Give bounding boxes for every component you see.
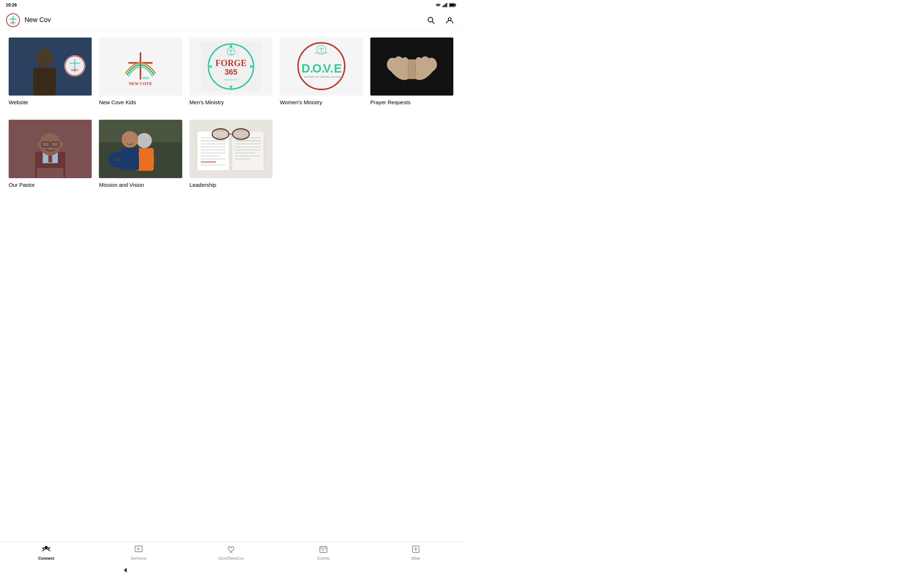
leadership-label: Leadership [189, 182, 273, 188]
app-bar: NTFC New Cov [0, 10, 462, 30]
svg-text:& EXCELLE: & EXCELLE [330, 76, 344, 79]
svg-text:NEW COVENANT: NEW COVENANT [314, 52, 328, 54]
grid-row-2: Our Pastor [9, 120, 453, 187]
list-item[interactable]: Mission and Vision [99, 120, 182, 187]
svg-text:NTFC: NTFC [229, 54, 234, 56]
app-title: New Cov [24, 16, 425, 24]
svg-text:V.: V. [323, 61, 333, 75]
svg-point-100 [233, 130, 248, 139]
svg-rect-3 [446, 3, 447, 7]
status-bar: 10:26 [0, 0, 462, 10]
svg-rect-6 [450, 4, 455, 6]
signal-icon [443, 3, 447, 7]
newcovekids-image: NEW COVE Kids [99, 37, 182, 95]
womens-image: NEW COVENANT D. O. V. E GHTERS OF VIRTUE… [280, 37, 363, 95]
wifi-icon [435, 3, 441, 7]
svg-text:E: E [334, 61, 342, 75]
list-item[interactable]: NEW COVE Kids New Cove Kids [99, 37, 182, 105]
app-bar-actions [425, 14, 456, 27]
svg-text:NTFC: NTFC [10, 22, 16, 24]
ourpastor-label: Our Pastor [9, 182, 92, 188]
main-content: NTFC Website [0, 30, 462, 239]
svg-text:Kids: Kids [143, 76, 149, 80]
status-time: 10:26 [6, 3, 17, 8]
svg-rect-74 [121, 148, 139, 171]
svg-rect-17 [33, 68, 56, 95]
svg-rect-1 [444, 5, 445, 7]
svg-point-14 [448, 18, 451, 21]
svg-point-16 [36, 48, 53, 68]
svg-text:GHTERS OF VIRTUE: GHTERS OF VIRTUE [304, 76, 329, 79]
list-item[interactable]: NTFC FORGE 365 Proverbs 27:17 Men's Mini… [189, 37, 273, 105]
svg-rect-2 [445, 3, 446, 7]
battery-icon [449, 3, 456, 7]
list-item[interactable]: Our Pastor [9, 120, 92, 187]
svg-text:Proverbs 27:17: Proverbs 27:17 [223, 78, 239, 81]
prayer-image [370, 37, 453, 95]
svg-text:NTFC: NTFC [71, 69, 79, 72]
status-icons [435, 3, 456, 7]
list-item[interactable]: NEW COVENANT D. O. V. E GHTERS OF VIRTUE… [280, 37, 363, 105]
svg-rect-5 [456, 4, 456, 6]
svg-text:365: 365 [225, 68, 237, 76]
search-button[interactable] [425, 14, 438, 27]
svg-text:NEW COVE: NEW COVE [129, 82, 152, 86]
website-label: Website [9, 99, 92, 105]
list-item[interactable]: Prayer Requests [370, 37, 453, 105]
svg-line-13 [432, 21, 435, 23]
svg-rect-0 [443, 6, 444, 7]
newcovekids-label: New Cove Kids [99, 99, 182, 105]
svg-rect-67 [37, 168, 63, 178]
ourpastor-image [9, 120, 92, 178]
list-item[interactable]: Leadership [189, 120, 273, 187]
app-logo[interactable]: NTFC [6, 13, 20, 27]
grid-row-1: NTFC Website [9, 37, 453, 105]
svg-point-99 [213, 130, 228, 139]
svg-text:FORGE: FORGE [215, 58, 247, 68]
prayer-label: Prayer Requests [370, 99, 453, 105]
mission-label: Mission and Vision [99, 182, 182, 188]
mens-label: Men's Ministry [189, 99, 273, 105]
mission-image [99, 120, 182, 178]
list-item[interactable]: NTFC Website [9, 37, 92, 105]
account-button[interactable] [443, 14, 456, 27]
womens-label: Women's Ministry [280, 99, 363, 105]
mens-image: NTFC FORGE 365 Proverbs 27:17 [189, 37, 273, 95]
svg-point-73 [122, 131, 138, 148]
website-image: NTFC [9, 37, 92, 95]
leadership-image [189, 120, 273, 178]
svg-point-70 [137, 133, 152, 148]
svg-text:D.: D. [301, 61, 313, 75]
